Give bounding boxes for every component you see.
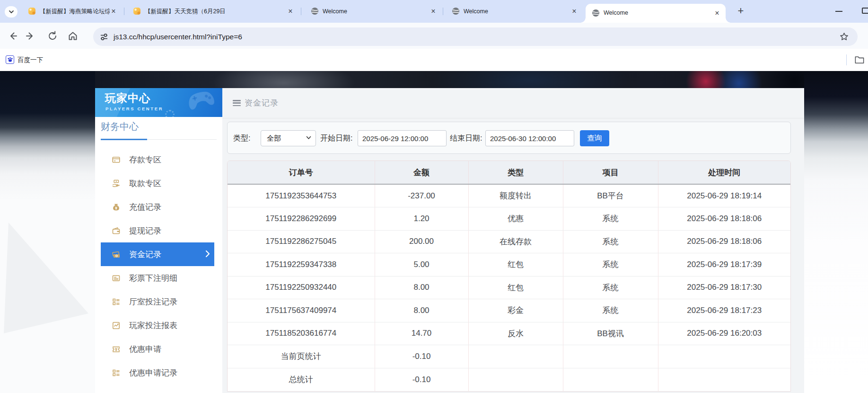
wallet-icon [112,227,120,235]
home-button[interactable] [67,30,79,42]
browser-tab[interactable]: Welcome× [305,0,442,23]
sidebar-item-withdraw-hand[interactable]: 取款专区 [101,171,214,195]
tab-close-icon[interactable]: × [712,9,722,18]
sidebar-item-ticket-list[interactable]: 彩票下注明细 [101,266,214,290]
table-cell [658,345,790,368]
sidebar-item-coupon[interactable]: 优惠申请 [101,337,214,361]
column-header: 金额 [375,161,468,184]
reload-button[interactable] [47,30,58,42]
bookmarks-bar: 百度一下 [0,49,868,71]
table-cell: 系统 [563,253,658,277]
type-select[interactable]: 全部 [261,130,316,146]
sidebar-item-banknotes[interactable]: 资金记录 [101,242,214,266]
back-button[interactable] [7,30,18,42]
table-cell [468,345,563,368]
table-cell: 1751192259347338 [228,253,375,277]
table-cell: 1751192250932440 [228,276,375,299]
sidebar: 玩家中心 PLAYERS CENTER 财务中心 存款专区取款专区充值记录提现记… [95,88,222,393]
new-tab-button[interactable]: + [734,5,747,18]
tab-separator [124,8,124,15]
browser-tab[interactable]: Welcome× [586,4,726,23]
sidebar-item-label: 资金记录 [129,249,161,260]
table-row: 1751192286275045200.00在线存款系统2025-06-29 1… [228,230,790,253]
hamburger-icon[interactable] [233,100,241,107]
table-cell: 反水 [468,322,563,345]
table-cell: 红包 [468,253,563,277]
bookmark-item[interactable]: 百度一下 [18,49,43,71]
table-cell: 系统 [563,276,658,299]
table-cell: 2025-06-29 18:18:06 [658,230,790,253]
sidebar-item-label: 充值记录 [129,202,161,213]
table-cell: 总统计 [228,368,375,391]
end-date-input[interactable] [485,130,574,146]
sidebar-item-wallet[interactable]: 提现记录 [101,219,214,242]
table-row: 当前页统计-0.10 [228,345,790,368]
table-row: 1751192353644753-237.00额度转出BB平台2025-06-2… [228,184,790,207]
window-minimize-button[interactable] [835,11,842,12]
browser-tab[interactable]: Welcome× [446,0,583,23]
table-cell: 14.70 [375,322,468,345]
records-table: 订单号金额类型项目处理时间 1751192353644753-237.00额度转… [227,161,791,392]
browser-tab[interactable]: 【新提醒】天天竞猜（6月29日× [127,0,299,23]
table-body: 1751192353644753-237.00额度转出BB平台2025-06-2… [228,184,790,391]
table-cell: 2025-06-29 16:20:03 [658,322,790,345]
table-cell: 彩金 [468,299,563,322]
other-bookmarks-folder-icon[interactable] [854,55,865,64]
globe-favicon-icon [452,7,460,15]
tab-menu-button[interactable] [5,6,18,18]
start-date-input[interactable] [358,130,447,146]
table-cell: -0.10 [375,368,468,391]
table-cell: 系统 [563,230,658,253]
table-cell: 8.00 [375,276,468,299]
tab-separator [443,8,443,15]
sidebar-item-grid-list[interactable]: 优惠申请记录 [101,361,214,384]
sidebar-item-deposit-card[interactable]: 存款专区 [101,148,214,171]
table-cell: 1.20 [375,207,468,231]
page-title: 资金记录 [245,88,279,118]
tab-title: Welcome [604,4,713,23]
section-divider-accent [101,139,147,140]
table-cell: -237.00 [375,184,468,207]
table-cell: 系统 [563,207,658,231]
search-button[interactable]: 查询 [580,130,609,146]
sidebar-item-chart-report[interactable]: 玩家投注报表 [101,313,214,337]
globe-favicon-icon [592,9,600,17]
tab-close-icon[interactable]: × [109,7,118,16]
sidebar-item-money-bag[interactable]: 充值记录 [101,195,214,219]
table-cell [563,368,658,391]
table-cell: 5.00 [375,253,468,277]
address-bar[interactable]: js13.cc/hhcp/usercenter.html?iniType=6 [93,27,858,46]
sidebar-item-grid-list[interactable]: 厅室投注记录 [101,290,214,313]
sidebar-item-label: 优惠申请 [129,344,161,355]
chat-bubble-favicon-icon [133,7,141,15]
tab-close-icon[interactable]: × [429,7,438,16]
select-chevron-icon [306,136,311,140]
browser-tab[interactable]: 【新提醒】海燕策略论坛综合交× [22,0,122,23]
navigation-bar: js13.cc/hhcp/usercenter.html?iniType=6 [0,23,868,49]
grid-list-icon [112,369,120,377]
bookmark-star-icon[interactable] [840,32,849,41]
table-cell [563,345,658,368]
tab-close-icon[interactable]: × [286,7,295,16]
table-cell [468,368,563,391]
table-cell: -0.10 [375,345,468,368]
web-page: 玩家中心 PLAYERS CENTER 财务中心 存款专区取款专区充值记录提现记… [0,71,868,393]
sidebar-item-label: 提现记录 [129,225,161,236]
globe-favicon-icon [311,7,319,15]
table-cell: 优惠 [468,207,563,231]
table-row: 总统计-0.10 [228,368,790,391]
tab-title: Welcome [323,0,430,23]
window-restore-button[interactable] [862,8,868,14]
table-cell: 2025-06-29 18:17:39 [658,253,790,277]
table-cell: 系统 [563,299,658,322]
table-cell: 200.00 [375,230,468,253]
tab-close-icon[interactable]: × [570,7,579,16]
tab-title: 【新提醒】天天竞猜（6月29日 [145,0,287,23]
decorative-ring [165,110,175,117]
baidu-favicon [6,55,14,64]
chat-bubble-favicon-icon [28,7,36,15]
forward-button[interactable] [25,30,36,42]
withdraw-hand-icon [112,179,120,188]
table-cell: 1751175637409974 [228,299,375,322]
site-settings-icon[interactable] [100,33,108,41]
